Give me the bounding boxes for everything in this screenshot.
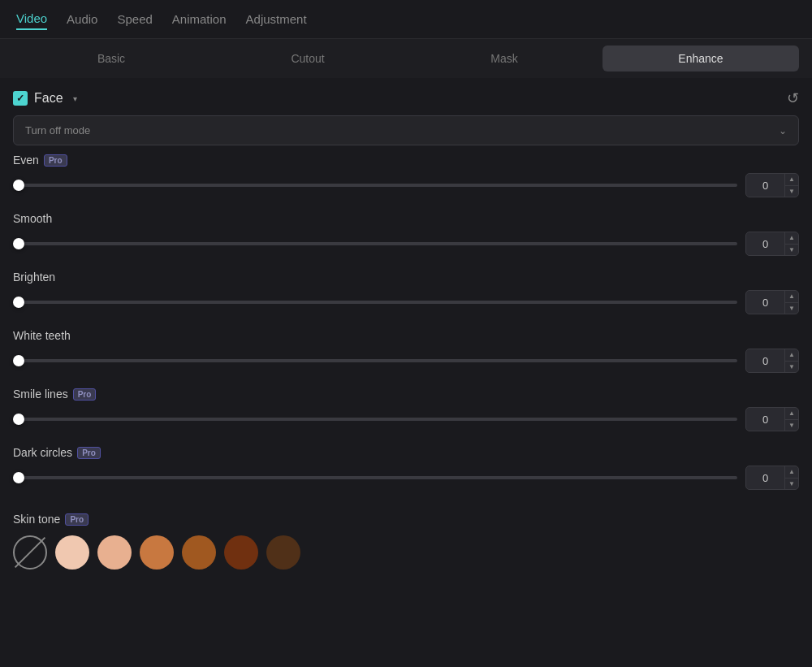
swatch-medium2[interactable] bbox=[182, 535, 216, 570]
slider-track-smooth[interactable] bbox=[13, 242, 737, 245]
value-number-even: 0 bbox=[746, 180, 784, 192]
value-arrows-even: ▲ ▼ bbox=[784, 174, 798, 197]
slider-track-bg-white-teeth bbox=[13, 359, 737, 362]
value-number-smile-lines: 0 bbox=[746, 414, 784, 426]
slider-row-smooth: Smooth 0 ▲ ▼ bbox=[13, 212, 799, 256]
value-number-smooth: 0 bbox=[746, 238, 784, 250]
face-section-title: Face bbox=[34, 91, 63, 106]
slider-label-white-teeth: White teeth bbox=[13, 329, 799, 342]
sliders-section: Even Pro 0 ▲ ▼ Smooth bbox=[0, 154, 812, 490]
slider-label-brighten: Brighten bbox=[13, 271, 799, 284]
slider-label-dark-circles: Dark circles Pro bbox=[13, 446, 799, 459]
slider-track-even[interactable] bbox=[13, 184, 737, 187]
slider-label-text-brighten: Brighten bbox=[13, 271, 55, 284]
tab-video[interactable]: Video bbox=[16, 8, 47, 30]
value-arrow-up-smooth[interactable]: ▲ bbox=[785, 232, 798, 245]
slider-thumb-even[interactable] bbox=[13, 180, 24, 191]
slider-label-even: Even Pro bbox=[13, 154, 799, 167]
slider-label-smooth: Smooth bbox=[13, 212, 799, 225]
tab-audio[interactable]: Audio bbox=[67, 9, 97, 29]
mode-dropdown[interactable]: Turn off mode ⌄ bbox=[13, 115, 799, 145]
slider-track-bg-dark-circles bbox=[13, 476, 737, 479]
value-arrow-up-white-teeth[interactable]: ▲ bbox=[785, 349, 798, 362]
value-arrow-down-brighten[interactable]: ▼ bbox=[785, 303, 798, 314]
slider-label-text-even: Even bbox=[13, 154, 39, 167]
value-input-smooth[interactable]: 0 ▲ ▼ bbox=[745, 232, 799, 256]
value-arrow-up-even[interactable]: ▲ bbox=[785, 174, 798, 186]
value-arrow-down-even[interactable]: ▼ bbox=[785, 186, 798, 197]
slider-control-white-teeth: 0 ▲ ▼ bbox=[13, 349, 799, 373]
slider-row-white-teeth: White teeth 0 ▲ ▼ bbox=[13, 329, 799, 373]
reset-button[interactable]: ↺ bbox=[787, 89, 799, 107]
slider-track-bg-brighten bbox=[13, 301, 737, 304]
value-arrows-smile-lines: ▲ ▼ bbox=[784, 408, 798, 431]
swatch-dark1[interactable] bbox=[224, 535, 258, 570]
slider-track-white-teeth[interactable] bbox=[13, 359, 737, 362]
value-arrow-down-smooth[interactable]: ▼ bbox=[785, 245, 798, 256]
mode-dropdown-text: Turn off mode bbox=[25, 124, 90, 136]
slider-thumb-smile-lines[interactable] bbox=[13, 414, 24, 425]
value-arrow-up-smile-lines[interactable]: ▲ bbox=[785, 408, 798, 420]
slider-thumb-smooth[interactable] bbox=[13, 238, 24, 249]
swatch-light1[interactable] bbox=[55, 535, 89, 570]
tab-adjustment[interactable]: Adjustment bbox=[246, 9, 307, 29]
subtab-enhance[interactable]: Enhance bbox=[603, 45, 799, 71]
face-header-left: Face ▾ bbox=[13, 91, 77, 106]
value-arrow-down-white-teeth[interactable]: ▼ bbox=[785, 362, 798, 373]
slider-row-brighten: Brighten 0 ▲ ▼ bbox=[13, 271, 799, 314]
slider-thumb-brighten[interactable] bbox=[13, 297, 24, 308]
swatch-light2[interactable] bbox=[97, 535, 132, 570]
slider-control-smile-lines: 0 ▲ ▼ bbox=[13, 407, 799, 431]
pro-badge-skin-tone: Pro bbox=[65, 513, 89, 526]
slider-track-bg-smooth bbox=[13, 242, 737, 245]
skin-tone-swatches bbox=[13, 535, 799, 570]
face-dropdown-arrow[interactable]: ▾ bbox=[73, 94, 77, 103]
slider-thumb-white-teeth[interactable] bbox=[13, 355, 24, 366]
value-input-white-teeth[interactable]: 0 ▲ ▼ bbox=[745, 349, 799, 373]
value-arrow-up-brighten[interactable]: ▲ bbox=[785, 291, 798, 303]
value-input-even[interactable]: 0 ▲ ▼ bbox=[745, 173, 799, 197]
slider-label-smile-lines: Smile lines Pro bbox=[13, 388, 799, 401]
slider-track-smile-lines[interactable] bbox=[13, 418, 737, 421]
value-arrow-down-smile-lines[interactable]: ▼ bbox=[785, 420, 798, 431]
value-arrow-down-dark-circles[interactable]: ▼ bbox=[785, 479, 798, 490]
value-input-dark-circles[interactable]: 0 ▲ ▼ bbox=[745, 466, 799, 490]
slider-row-smile-lines: Smile lines Pro 0 ▲ ▼ bbox=[13, 388, 799, 431]
value-arrows-dark-circles: ▲ ▼ bbox=[784, 466, 798, 489]
slider-control-brighten: 0 ▲ ▼ bbox=[13, 290, 799, 314]
value-input-brighten[interactable]: 0 ▲ ▼ bbox=[745, 290, 799, 314]
swatch-dark2[interactable] bbox=[266, 535, 300, 570]
subtab-mask[interactable]: Mask bbox=[406, 45, 603, 71]
value-input-smile-lines[interactable]: 0 ▲ ▼ bbox=[745, 407, 799, 431]
value-arrows-smooth: ▲ ▼ bbox=[784, 232, 798, 255]
slider-track-dark-circles[interactable] bbox=[13, 476, 737, 479]
slider-label-text-dark-circles: Dark circles bbox=[13, 446, 72, 459]
subtab-basic[interactable]: Basic bbox=[13, 45, 209, 71]
skin-tone-label: Skin tone Pro bbox=[13, 513, 799, 526]
value-number-dark-circles: 0 bbox=[746, 472, 784, 484]
slider-control-even: 0 ▲ ▼ bbox=[13, 173, 799, 197]
value-arrow-up-dark-circles[interactable]: ▲ bbox=[785, 466, 798, 479]
slider-track-brighten[interactable] bbox=[13, 301, 737, 304]
tab-animation[interactable]: Animation bbox=[172, 9, 227, 29]
skin-tone-section: Skin tone Pro bbox=[0, 505, 812, 578]
slider-track-bg-even bbox=[13, 184, 737, 187]
tab-speed[interactable]: Speed bbox=[117, 9, 152, 29]
face-checkbox[interactable] bbox=[13, 91, 28, 106]
slider-control-dark-circles: 0 ▲ ▼ bbox=[13, 466, 799, 490]
slider-row-dark-circles: Dark circles Pro 0 ▲ ▼ bbox=[13, 446, 799, 490]
top-navigation: Video Audio Speed Animation Adjustment bbox=[0, 0, 812, 39]
pro-badge-even: Pro bbox=[44, 154, 67, 167]
swatch-medium1[interactable] bbox=[140, 535, 174, 570]
value-number-white-teeth: 0 bbox=[746, 355, 784, 367]
swatch-none[interactable] bbox=[13, 535, 47, 570]
slider-thumb-dark-circles[interactable] bbox=[13, 472, 24, 483]
pro-badge-dark-circles: Pro bbox=[77, 447, 101, 459]
subtab-cutout[interactable]: Cutout bbox=[209, 45, 406, 71]
slider-label-text-smile-lines: Smile lines bbox=[13, 388, 68, 401]
mode-dropdown-chevron: ⌄ bbox=[779, 125, 787, 136]
slider-label-text-white-teeth: White teeth bbox=[13, 329, 71, 342]
slider-track-bg-smile-lines bbox=[13, 418, 737, 421]
value-arrows-white-teeth: ▲ ▼ bbox=[784, 349, 798, 372]
value-arrows-brighten: ▲ ▼ bbox=[784, 291, 798, 314]
